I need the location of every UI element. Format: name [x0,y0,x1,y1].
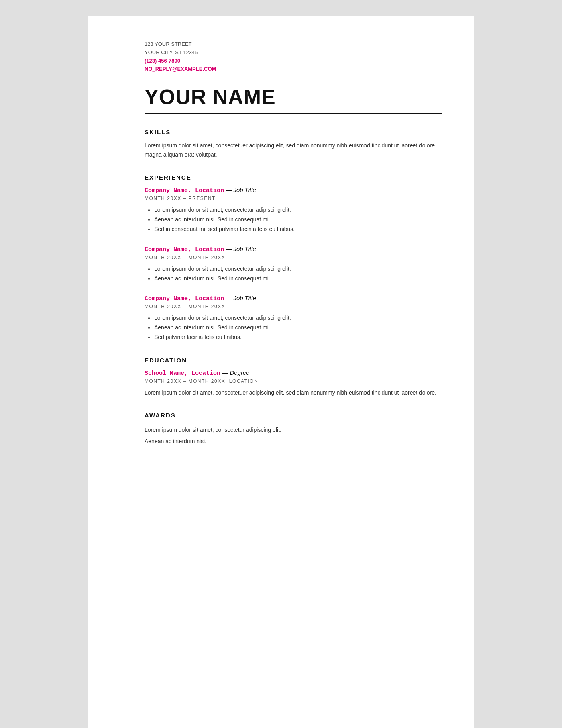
contact-street: 123 YOUR STREET [145,40,442,49]
list-item: Lorem ipsum dolor sit amet, consectetur … [154,264,442,274]
experience-entry-2: Company Name, Location — Job Title MONTH… [145,245,442,284]
education-entry-1-header: School Name, Location — Degree [145,369,442,377]
experience-entry-2-dash: — [224,245,233,252]
experience-entry-3-company: Company Name, Location [145,295,224,302]
experience-title: EXPERIENCE [145,174,442,181]
experience-entry-1-dash: — [224,186,233,193]
awards-text: Lorem ipsum dolor sit amet, consectetur … [145,424,442,447]
experience-entry-1-company: Company Name, Location [145,187,224,194]
education-entry-1: School Name, Location — Degree MONTH 20X… [145,369,442,397]
experience-entry-3-dash: — [224,294,233,301]
resume-name: YOUR NAME [145,85,442,109]
education-entry-1-degree: Degree [230,369,249,376]
experience-entry-2-jobtitle: Job Title [233,245,256,252]
experience-entry-3-header: Company Name, Location — Job Title [145,294,442,302]
experience-entry-2-company: Company Name, Location [145,246,224,253]
experience-entry-1-header: Company Name, Location — Job Title [145,186,442,194]
experience-entry-2-bullets: Lorem ipsum dolor sit amet, consectetur … [145,264,442,284]
awards-title: AWARDS [145,412,442,419]
experience-entry-1-dates: MONTH 20XX – PRESENT [145,196,442,201]
contact-city: YOUR CITY, ST 12345 [145,49,442,57]
list-item: Aenean ac interdum nisi. Sed in consequa… [154,215,442,225]
experience-entry-3-bullets: Lorem ipsum dolor sit amet, consectetur … [145,313,442,342]
education-title: EDUCATION [145,357,442,364]
experience-entry-3-jobtitle: Job Title [233,294,256,301]
experience-entry-3: Company Name, Location — Job Title MONTH… [145,294,442,342]
experience-entry-1-jobtitle: Job Title [233,186,256,193]
contact-info: 123 YOUR STREET YOUR CITY, ST 12345 (123… [145,40,442,74]
contact-phone: (123) 456-7890 [145,57,442,65]
experience-entry-1: Company Name, Location — Job Title MONTH… [145,186,442,234]
name-divider [145,113,442,114]
skills-text: Lorem ipsum dolor sit amet, consectetuer… [145,141,442,160]
education-entry-1-dash: — [220,369,230,376]
education-entry-1-school: School Name, Location [145,370,220,377]
experience-entry-3-dates: MONTH 20XX – MONTH 20XX [145,304,442,309]
awards-section: AWARDS Lorem ipsum dolor sit amet, conse… [145,412,442,447]
list-item: Aenean ac interdum nisi. Sed in consequa… [154,323,442,333]
list-item: Sed pulvinar lacinia felis eu finibus. [154,333,442,342]
contact-email: NO_REPLY@EXAMPLE.COM [145,65,442,74]
experience-entry-2-header: Company Name, Location — Job Title [145,245,442,253]
experience-entry-1-bullets: Lorem ipsum dolor sit amet, consectetur … [145,205,442,234]
list-item: Sed in consequat mi, sed pulvinar lacini… [154,225,442,234]
skills-section: SKILLS Lorem ipsum dolor sit amet, conse… [145,129,442,160]
list-item: Lorem ipsum dolor sit amet, consectetur … [154,205,442,215]
list-item: Lorem ipsum dolor sit amet, consectetur … [154,313,442,323]
experience-entry-2-dates: MONTH 20XX – MONTH 20XX [145,255,442,260]
awards-line-1: Lorem ipsum dolor sit amet, consectetur … [145,424,442,436]
experience-section: EXPERIENCE Company Name, Location — Job … [145,174,442,342]
resume-page: 123 YOUR STREET YOUR CITY, ST 12345 (123… [88,16,474,728]
education-entry-1-text: Lorem ipsum dolor sit amet, consectetuer… [145,388,442,397]
education-section: EDUCATION School Name, Location — Degree… [145,357,442,397]
awards-line-2: Aenean ac interdum nisi. [145,436,442,447]
education-entry-1-dates: MONTH 20XX – MONTH 20XX, LOCATION [145,378,442,384]
skills-title: SKILLS [145,129,442,135]
list-item: Aenean ac interdum nisi. Sed in consequa… [154,274,442,284]
